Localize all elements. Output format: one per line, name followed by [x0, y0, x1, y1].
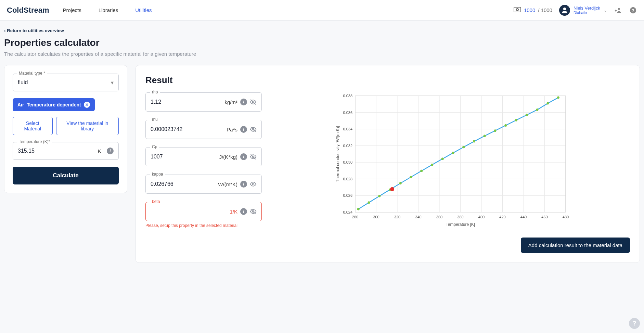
- mu-field: mu 0.000023742 Pa*s i: [145, 120, 262, 139]
- svg-point-62: [441, 158, 444, 160]
- eye-icon[interactable]: [250, 181, 257, 188]
- info-icon[interactable]: i: [240, 99, 247, 105]
- svg-text:Thermal conductivity [W/(m·K)]: Thermal conductivity [W/(m·K)]: [335, 126, 340, 182]
- svg-text:0.024: 0.024: [343, 210, 352, 214]
- kappa-field: kappa 0.026766 W/(m*K) i: [145, 175, 262, 194]
- svg-point-73: [557, 97, 559, 99]
- result-panel: Result rho 1.12 kg/m³ i mu 0.00002: [136, 65, 640, 263]
- svg-text:400: 400: [478, 215, 485, 219]
- svg-point-68: [504, 124, 507, 127]
- info-icon[interactable]: i: [240, 153, 247, 160]
- result-title: Result: [145, 75, 630, 86]
- svg-point-60: [420, 170, 423, 172]
- svg-text:460: 460: [541, 215, 548, 219]
- svg-text:0.034: 0.034: [343, 127, 352, 131]
- svg-text:420: 420: [499, 215, 505, 219]
- svg-text:280: 280: [352, 215, 358, 219]
- svg-point-58: [399, 182, 402, 184]
- svg-rect-0: [514, 7, 521, 12]
- eye-off-icon[interactable]: [250, 126, 257, 133]
- svg-point-74: [390, 187, 394, 191]
- svg-point-69: [515, 119, 517, 121]
- svg-text:300: 300: [373, 215, 379, 219]
- svg-point-66: [484, 135, 486, 137]
- cp-field: Cp 1007 J/(K*kg) i: [145, 147, 262, 166]
- nav-utilities[interactable]: Utilities: [135, 7, 152, 13]
- material-chip: Air_Temperature dependent ✕: [13, 98, 95, 111]
- add-result-button[interactable]: Add calculation result to the material d…: [521, 238, 630, 253]
- add-user-icon[interactable]: [614, 6, 622, 14]
- page-subtitle: The calculator calculates the properties…: [4, 51, 640, 57]
- svg-point-56: [378, 195, 381, 197]
- info-icon[interactable]: i: [107, 148, 114, 154]
- beta-field: beta 1/K i: [145, 202, 262, 221]
- temperature-input[interactable]: 315.15 K i: [13, 142, 119, 160]
- svg-text:0.032: 0.032: [343, 144, 352, 148]
- info-icon[interactable]: i: [240, 208, 247, 215]
- svg-point-63: [452, 152, 454, 154]
- temperature-label: Temperature (K)*: [17, 139, 52, 144]
- chip-remove-icon[interactable]: ✕: [84, 102, 90, 108]
- input-panel: Material type * fluid ▾ Air_Temperature …: [4, 65, 127, 193]
- svg-point-65: [473, 140, 475, 143]
- svg-text:360: 360: [436, 215, 442, 219]
- svg-point-1: [516, 9, 518, 11]
- svg-text:440: 440: [520, 215, 527, 219]
- logo: ColdStream: [7, 6, 49, 15]
- material-type-label: Material type *: [17, 71, 47, 76]
- credits-icon: [514, 7, 521, 13]
- page-title: Properties calculator: [4, 37, 640, 48]
- svg-point-2: [563, 8, 566, 10]
- svg-point-12: [253, 183, 254, 185]
- user-name: Niels Verdijck: [574, 5, 600, 11]
- chevron-down-icon: ⌄: [604, 8, 607, 13]
- svg-point-61: [431, 164, 433, 166]
- rho-value: 1.12: [151, 99, 161, 105]
- svg-text:0.030: 0.030: [343, 160, 352, 164]
- nav-projects[interactable]: Projects: [63, 7, 81, 13]
- svg-text:320: 320: [394, 215, 400, 219]
- svg-text:0.026: 0.026: [343, 193, 352, 197]
- eye-off-icon[interactable]: [250, 153, 257, 160]
- chart: 2803003203403603804004204404604800.0240.…: [275, 92, 630, 229]
- main-nav: Projects Libraries Utilities: [63, 7, 152, 13]
- nav-libraries[interactable]: Libraries: [99, 7, 118, 13]
- svg-text:0.028: 0.028: [343, 177, 352, 181]
- credits-display: 1000 / 1000: [514, 7, 552, 13]
- select-material-button[interactable]: Select Material: [13, 117, 53, 135]
- chevron-left-icon: ‹: [4, 28, 5, 33]
- cp-value: 1007: [151, 154, 163, 160]
- app-header: ColdStream Projects Libraries Utilities …: [0, 0, 644, 21]
- svg-point-54: [357, 208, 360, 210]
- eye-off-icon[interactable]: [250, 208, 257, 215]
- calculate-button[interactable]: Calculate: [13, 167, 119, 184]
- svg-text:Temperature [K]: Temperature [K]: [446, 222, 475, 227]
- help-icon[interactable]: ?: [629, 6, 637, 14]
- info-icon[interactable]: i: [240, 126, 247, 133]
- svg-point-67: [494, 129, 496, 132]
- svg-point-59: [410, 176, 412, 178]
- material-type-select[interactable]: fluid ▾: [13, 74, 119, 91]
- back-link[interactable]: ‹ Return to utilities overview: [4, 28, 64, 33]
- svg-point-55: [368, 201, 370, 204]
- chevron-down-icon: ▾: [111, 79, 114, 86]
- svg-text:480: 480: [563, 215, 569, 219]
- rho-field: rho 1.12 kg/m³ i: [145, 92, 262, 112]
- svg-point-70: [526, 114, 528, 116]
- avatar: [559, 5, 570, 16]
- mu-value: 0.000023742: [151, 126, 182, 132]
- eye-off-icon[interactable]: [250, 99, 257, 105]
- svg-text:0.036: 0.036: [343, 111, 352, 115]
- user-menu[interactable]: Niels Verdijck Diabatix ⌄: [559, 5, 607, 16]
- kappa-value: 0.026766: [151, 181, 173, 187]
- svg-point-3: [618, 8, 620, 10]
- svg-point-71: [536, 108, 538, 111]
- svg-text:340: 340: [415, 215, 421, 219]
- svg-text:0.038: 0.038: [343, 94, 352, 98]
- beta-error: Please, setup this property in the selec…: [145, 223, 262, 228]
- svg-text:?: ?: [632, 8, 634, 13]
- user-org: Diabatix: [574, 11, 600, 15]
- info-icon[interactable]: i: [240, 181, 247, 188]
- svg-point-64: [462, 146, 465, 148]
- view-library-button[interactable]: View the material in library: [56, 117, 119, 135]
